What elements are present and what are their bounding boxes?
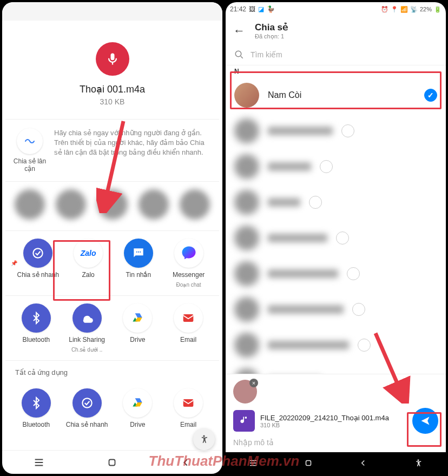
share-header: Thoại 001.m4a 310 KB: [5, 21, 219, 119]
back-button[interactable]: [358, 458, 368, 468]
navigation-bar: [2, 450, 222, 474]
recents-button[interactable]: [33, 457, 45, 468]
file-name: Thoại 001.m4a: [5, 83, 219, 95]
app-quick-share-2[interactable]: Chia sẻ nhanh: [62, 388, 113, 428]
highlight-send: [407, 412, 442, 447]
quick-share-icon: [73, 388, 102, 418]
home-button[interactable]: [303, 458, 314, 468]
contact-row[interactable]: [226, 149, 446, 184]
status-icon: ◪: [258, 5, 264, 13]
app-drive[interactable]: Drive: [113, 303, 163, 353]
svg-rect-11: [306, 461, 311, 466]
suggested-contact[interactable]: [11, 189, 49, 220]
header-subtitle: Đã chọn: 1: [255, 33, 288, 40]
search-icon: [234, 50, 244, 60]
navigation-bar: [226, 452, 446, 474]
accessibility-button[interactable]: [193, 428, 215, 450]
app-row-3: Bluetooth Chia sẻ nhanh Drive Email: [5, 381, 219, 436]
quick-share-icon: [23, 239, 52, 268]
file-size: 310 KB: [5, 97, 219, 106]
suggested-contact[interactable]: [93, 189, 131, 220]
app-bluetooth[interactable]: Bluetooth: [11, 303, 62, 353]
back-button[interactable]: [180, 457, 192, 468]
contact-row[interactable]: [226, 113, 446, 149]
email-icon: [174, 388, 203, 418]
app-link-sharing[interactable]: Link Sharing Ch.sẻ dưới ..: [62, 303, 113, 353]
bluetooth-icon: [22, 388, 51, 418]
nearby-share-text: Hãy chia sẻ ngay với những người đang ở …: [54, 128, 212, 158]
nearby-share-row[interactable]: Chia sẻ lân cận Hãy chia sẻ ngay với nhữ…: [5, 119, 219, 181]
svg-point-3: [140, 252, 141, 253]
back-arrow-icon[interactable]: ←: [233, 24, 245, 38]
nearby-share-label: Chia sẻ lân cận: [13, 157, 47, 173]
status-bar: 21:42 🖼 ◪ 🦆 ⏰ 📍 📶 📡 22% 🔋: [226, 2, 446, 16]
app-row-1: 📌 Chia sẻ nhanh Zalo Zalo Tin nhắn Messe…: [5, 230, 219, 295]
nearby-share-icon: [17, 128, 43, 154]
svg-point-7: [203, 435, 205, 437]
file-name: FILE_20220209_214210_Thoại 001.m4a: [260, 414, 407, 422]
app-email-2[interactable]: Email: [163, 388, 214, 428]
mic-icon: [96, 42, 129, 76]
link-sharing-icon: [73, 303, 102, 333]
audio-file-icon: [233, 410, 255, 432]
suggested-contacts-row: [5, 181, 219, 230]
svg-rect-8: [109, 459, 115, 465]
suggested-contact[interactable]: [52, 189, 90, 220]
bluetooth-icon: [22, 303, 51, 333]
messages-icon: [124, 239, 153, 268]
app-bluetooth-2[interactable]: Bluetooth: [11, 388, 62, 428]
drive-icon: [123, 303, 152, 333]
selected-contact-chip[interactable]: [233, 380, 257, 404]
status-time: 21:42: [230, 5, 246, 13]
svg-point-2: [138, 252, 139, 253]
status-icon: 🖼: [249, 5, 255, 13]
contact-row[interactable]: [226, 363, 446, 374]
search-placeholder: Tìm kiếm: [251, 50, 282, 59]
battery-icon: 🔋: [434, 6, 442, 13]
contact-row[interactable]: [226, 292, 446, 327]
svg-rect-6: [183, 399, 194, 407]
location-icon: 📍: [391, 6, 398, 13]
app-messenger[interactable]: Messenger Đoạn chat: [163, 239, 214, 288]
contact-row[interactable]: [226, 327, 446, 363]
svg-rect-4: [183, 314, 194, 322]
app-messages[interactable]: Tin nhắn: [114, 239, 164, 288]
contact-row[interactable]: [226, 184, 446, 220]
accessibility-button[interactable]: [413, 458, 424, 468]
alarm-icon: ⏰: [381, 6, 388, 13]
all-apps-label: Tất cả ứng dụng: [5, 360, 219, 381]
email-icon: [174, 303, 203, 333]
app-drive-2[interactable]: Drive: [113, 388, 163, 428]
contact-row[interactable]: [226, 256, 446, 292]
messenger-icon: [174, 239, 203, 268]
app-row-2: Bluetooth Link Sharing Ch.sẻ dưới .. Dri…: [5, 295, 219, 360]
wifi-icon: 📶: [400, 6, 408, 13]
suggested-contact[interactable]: [135, 189, 173, 220]
svg-point-10: [235, 51, 241, 57]
svg-point-0: [34, 248, 43, 257]
drive-icon: [123, 388, 152, 418]
app-header: ← Chia sẻ Đã chọn: 1: [226, 16, 446, 45]
svg-point-1: [136, 252, 137, 253]
contact-row[interactable]: [226, 220, 446, 256]
home-button[interactable]: [106, 457, 118, 468]
search-bar[interactable]: Tìm kiếm: [226, 45, 446, 65]
status-icon: 🦆: [267, 5, 275, 13]
app-email[interactable]: Email: [163, 303, 214, 353]
header-title: Chia sẻ: [255, 22, 288, 33]
right-phone-zalo-share: 21:42 🖼 ◪ 🦆 ⏰ 📍 📶 📡 22% 🔋 ← Chia sẻ Đã c…: [226, 2, 446, 474]
battery-text: 22%: [420, 6, 432, 12]
file-size: 310 KB: [260, 422, 407, 428]
contact-list[interactable]: Nam Còi: [226, 77, 446, 374]
highlight-zalo: [53, 240, 110, 301]
svg-point-5: [82, 398, 91, 407]
recents-button[interactable]: [248, 458, 259, 468]
signal-icon: 📡: [410, 6, 418, 13]
left-phone-share-sheet: Thoại 001.m4a 310 KB Chia sẻ lân cận Hãy…: [2, 2, 222, 474]
svg-point-12: [418, 459, 419, 461]
status-bar: [2, 2, 222, 21]
highlight-contact: [230, 71, 442, 109]
suggested-contact[interactable]: [176, 189, 214, 220]
